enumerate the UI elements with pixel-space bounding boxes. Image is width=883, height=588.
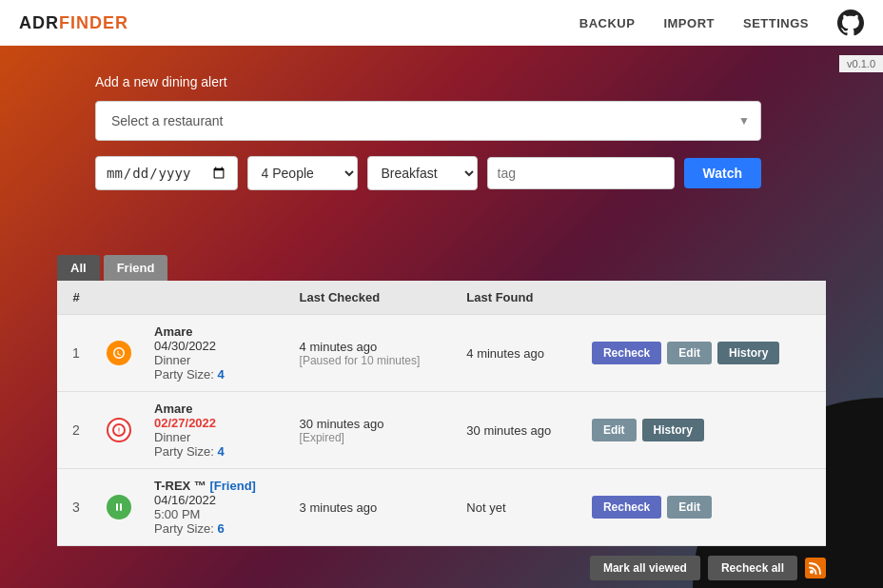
recheck-button[interactable]: Recheck [592,496,661,519]
last-checked: 30 minutes ago[Expired] [288,392,456,469]
col-header-info [143,281,288,315]
brand: ADRFINDER [19,13,128,33]
last-found: 30 minutes ago [455,392,580,469]
backup-link[interactable]: BACKUP [579,16,636,30]
add-alert-label: Add a new dining alert [95,74,826,89]
last-checked: 4 minutes ago[Paused for 10 minutes] [288,315,456,392]
people-select[interactable]: 1 Person 2 People 3 People 4 People 5 Pe… [247,156,358,190]
col-header-last-checked: Last Checked [288,281,456,315]
edit-button[interactable]: Edit [667,496,712,519]
recheck-all-button[interactable]: Recheck all [708,556,797,580]
bottom-row: Mark all viewed Recheck all [590,556,826,580]
brand-adr: ADR [19,13,59,32]
table-row: 1Amare04/30/2022DinnerParty Size: 44 min… [57,315,826,392]
edit-button[interactable]: Edit [667,342,712,364]
svg-rect-0 [116,503,118,511]
col-header-num: # [57,281,95,315]
last-found: 4 minutes ago [455,315,580,392]
status-icon-cell [95,392,143,469]
data-table: # Last Checked Last Found 1Amare04/30/20… [57,281,826,546]
action-buttons: RecheckEditHistory [580,315,826,392]
mark-all-viewed-button[interactable]: Mark all viewed [590,556,700,580]
edit-button[interactable]: Edit [592,419,637,441]
table-header-row: # Last Checked Last Found [57,281,826,315]
action-buttons: EditHistory [580,392,826,469]
tab-row: All Friend [57,255,826,281]
status-icon-cell [95,469,143,546]
history-button[interactable]: History [642,419,704,441]
table-area: All Friend # Last Checked Last Found 1Am… [57,255,826,546]
topnav-links: BACKUP IMPORT SETTINGS [579,10,864,36]
col-header-actions [580,281,826,315]
watch-button[interactable]: Watch [684,158,761,188]
version-badge: v0.1.0 [839,55,883,72]
brand-finder: FINDER [59,13,128,32]
status-icon [107,341,131,365]
action-buttons: RecheckEdit [580,469,826,546]
tag-input[interactable] [487,157,675,189]
topnav: ADRFINDER BACKUP IMPORT SETTINGS [0,0,883,46]
github-icon[interactable] [837,10,864,36]
row-num: 3 [57,469,95,546]
status-icon [107,418,131,442]
restaurant-select[interactable]: Select a restaurant [95,101,761,141]
tab-all[interactable]: All [57,255,100,281]
meal-select[interactable]: Breakfast Lunch Dinner [367,156,478,190]
svg-rect-1 [120,503,122,511]
restaurant-select-wrapper: Select a restaurant ▼ [95,101,761,141]
settings-link[interactable]: SETTINGS [743,16,809,30]
table-row: 2Amare02/27/2022DinnerParty Size: 430 mi… [57,392,826,469]
status-icon [107,495,131,519]
date-input[interactable] [95,156,238,190]
row-num: 1 [57,315,95,392]
restaurant-info: Amare02/27/2022DinnerParty Size: 4 [143,392,288,469]
tab-friend[interactable]: Friend [104,255,168,281]
restaurant-info: T-REX ™ [Friend]04/16/20225:00 PMParty S… [143,469,288,546]
last-found: Not yet [455,469,580,546]
table-row: 3T-REX ™ [Friend]04/16/20225:00 PMParty … [57,469,826,546]
history-button[interactable]: History [717,342,779,364]
status-icon-cell [95,315,143,392]
row-num: 2 [57,392,95,469]
last-checked: 3 minutes ago [288,469,456,546]
rss-icon[interactable] [805,558,826,578]
import-link[interactable]: IMPORT [663,16,715,30]
col-header-last-found: Last Found [455,281,580,315]
svg-point-2 [810,570,814,574]
recheck-button[interactable]: Recheck [592,342,661,364]
restaurant-info: Amare04/30/2022DinnerParty Size: 4 [143,315,288,392]
main-content: Add a new dining alert Select a restaura… [0,46,883,209]
col-header-icon [95,281,143,315]
controls-row: 1 Person 2 People 3 People 4 People 5 Pe… [95,156,761,190]
